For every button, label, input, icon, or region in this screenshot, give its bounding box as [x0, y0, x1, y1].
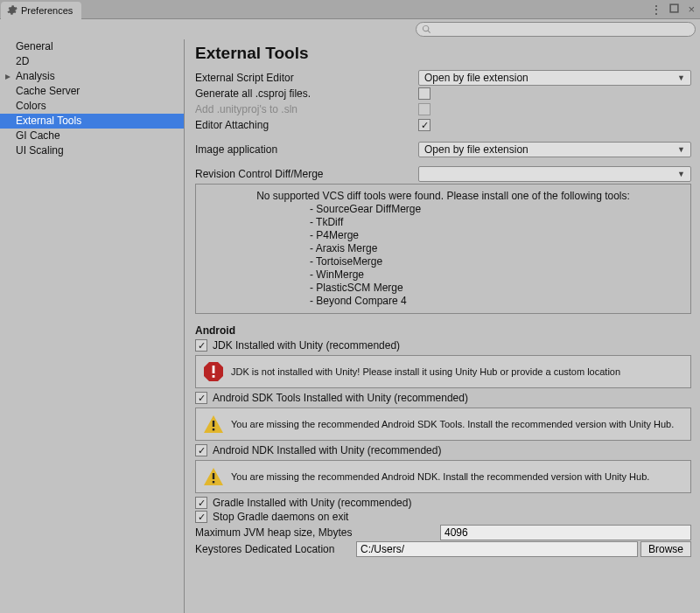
gear-icon	[6, 4, 18, 17]
sdk-label: Android SDK Tools Installed with Unity (…	[213, 392, 468, 404]
diff-info-box: No supported VCS diff tools were found. …	[195, 184, 691, 314]
sidebar-item-colors[interactable]: Colors	[0, 99, 184, 114]
kebab-menu-icon[interactable]: ⋮	[651, 3, 661, 16]
add-unityproj-label: Add .unityproj's to .sln	[195, 103, 418, 115]
diff-merge-dropdown[interactable]: ▼	[418, 166, 691, 182]
maximize-icon[interactable]	[669, 3, 679, 16]
gradle-label: Gradle Installed with Unity (recommended…	[213, 497, 411, 509]
warning-icon	[203, 414, 224, 435]
stop-gradle-checkbox[interactable]: ✓	[195, 511, 207, 523]
chevron-down-icon: ▼	[677, 73, 685, 82]
preferences-window: Preferences ⋮ × General 2D ▸Analysis Cac…	[0, 0, 700, 613]
image-app-label: Image application	[195, 143, 418, 156]
error-icon	[203, 361, 224, 382]
sidebar-item-external-tools[interactable]: External Tools	[0, 114, 184, 129]
heap-label: Maximum JVM heap size, Mbytes	[195, 526, 440, 539]
sdk-checkbox[interactable]: ✓	[195, 392, 207, 404]
svg-rect-2	[213, 366, 215, 373]
tab-label: Preferences	[21, 5, 73, 16]
jdk-label: JDK Installed with Unity (recommended)	[213, 339, 400, 352]
ndk-label: Android NDK Installed with Unity (recomm…	[213, 444, 441, 456]
generate-csproj-checkbox[interactable]	[418, 87, 430, 100]
keystore-input[interactable]	[356, 541, 638, 557]
warning-icon	[203, 466, 224, 487]
main-panel: External Tools External Script Editor Op…	[185, 39, 700, 613]
sidebar: General 2D ▸Analysis Cache Server Colors…	[0, 39, 185, 613]
android-heading: Android	[195, 324, 691, 337]
jdk-alert: JDK is not installed with Unity! Please …	[195, 355, 691, 388]
chevron-right-icon: ▸	[5, 69, 16, 83]
page-title: External Tools	[195, 44, 691, 70]
diff-merge-label: Revision Control Diff/Merge	[195, 168, 418, 180]
tab-preferences[interactable]: Preferences	[1, 2, 81, 19]
svg-rect-6	[213, 428, 214, 430]
sidebar-item-2d[interactable]: 2D	[0, 54, 184, 69]
script-editor-dropdown[interactable]: Open by file extension ▼	[418, 70, 691, 86]
close-icon[interactable]: ×	[688, 3, 695, 16]
browse-button[interactable]: Browse	[640, 541, 691, 557]
sidebar-item-general[interactable]: General	[0, 39, 184, 54]
search-input[interactable]	[416, 22, 696, 37]
search-row	[0, 19, 700, 39]
tab-bar: Preferences ⋮ ×	[0, 0, 700, 19]
svg-rect-8	[213, 473, 214, 479]
script-editor-label: External Script Editor	[195, 72, 418, 84]
sidebar-item-analysis[interactable]: ▸Analysis	[0, 69, 184, 84]
svg-rect-5	[213, 421, 214, 427]
svg-rect-0	[671, 4, 679, 12]
keystore-label: Keystores Dedicated Location	[195, 543, 356, 555]
sidebar-item-cache-server[interactable]: Cache Server	[0, 84, 184, 99]
chevron-down-icon: ▼	[677, 170, 685, 178]
svg-rect-9	[213, 481, 214, 483]
jdk-checkbox[interactable]: ✓	[195, 339, 207, 352]
gradle-checkbox[interactable]: ✓	[195, 497, 207, 509]
generate-csproj-label: Generate all .csproj files.	[195, 87, 418, 100]
svg-rect-3	[213, 375, 215, 378]
search-icon	[422, 24, 431, 34]
sidebar-item-gi-cache[interactable]: GI Cache	[0, 129, 184, 143]
editor-attaching-checkbox[interactable]: ✓	[418, 119, 430, 131]
editor-attaching-label: Editor Attaching	[195, 119, 418, 131]
image-app-dropdown[interactable]: Open by file extension ▼	[418, 142, 691, 157]
search-field[interactable]	[431, 24, 695, 35]
sdk-alert: You are missing the recommended Android …	[195, 408, 691, 441]
sidebar-item-ui-scaling[interactable]: UI Scaling	[0, 143, 184, 158]
ndk-checkbox[interactable]: ✓	[195, 444, 207, 456]
heap-input[interactable]	[440, 525, 691, 540]
add-unityproj-checkbox	[418, 103, 430, 115]
chevron-down-icon: ▼	[677, 145, 685, 154]
stop-gradle-label: Stop Gradle daemons on exit	[213, 511, 348, 523]
ndk-alert: You are missing the recommended Android …	[195, 460, 691, 493]
